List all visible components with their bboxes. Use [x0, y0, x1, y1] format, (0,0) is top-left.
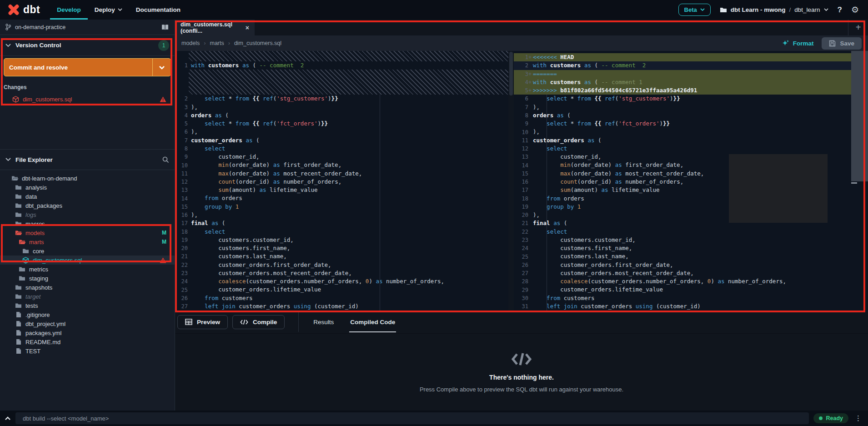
- nav-item-develop[interactable]: Develop: [50, 0, 88, 20]
- command-input[interactable]: dbt build --select <model_name>: [15, 412, 809, 424]
- chevron-right-icon: ›: [204, 40, 206, 46]
- tab-results[interactable]: Results: [312, 311, 335, 333]
- chevron-up-icon[interactable]: [5, 416, 11, 421]
- code-line: 6),: [175, 128, 508, 136]
- folder-open-icon: [15, 230, 22, 236]
- dbt-logo-text: dbt: [23, 4, 40, 16]
- tree-item-snapshots[interactable]: snapshots: [0, 283, 175, 292]
- code-line: 23 customer_orders.most_recent_order_dat…: [175, 269, 508, 277]
- tree-item-label: .gitignore: [25, 311, 50, 318]
- tree-item-models[interactable]: modelsM: [0, 228, 175, 237]
- tree-item-data[interactable]: data: [0, 192, 175, 201]
- tree-item-tests[interactable]: tests: [0, 301, 175, 310]
- chevron-down-icon: [700, 8, 705, 11]
- code-line: 19 customers.customer_id,: [175, 236, 508, 244]
- commit-dropdown-button[interactable]: [152, 59, 171, 76]
- tree-item-staging[interactable]: staging: [0, 274, 175, 283]
- tree-item-target[interactable]: target: [0, 292, 175, 301]
- kebab-menu-icon[interactable]: ⋮: [853, 414, 863, 422]
- tree-item-README.md[interactable]: README.md: [0, 337, 175, 346]
- tree-item-TEST[interactable]: TEST: [0, 346, 175, 356]
- conflict-hatch-region: [189, 70, 508, 95]
- version-control-header[interactable]: Version Control 1: [0, 35, 175, 56]
- folder-icon: [15, 285, 22, 290]
- tree-item-.gitignore[interactable]: .gitignore: [0, 310, 175, 319]
- nav-item-documentation[interactable]: Documentation: [129, 0, 187, 20]
- format-button[interactable]: Format: [782, 40, 814, 47]
- branch-selector[interactable]: on-demand-practice: [0, 20, 175, 35]
- search-icon[interactable]: [162, 156, 169, 163]
- environment-selector[interactable]: dbt_learn: [794, 6, 820, 13]
- beta-button[interactable]: Beta: [678, 4, 711, 16]
- commit-and-resolve-button[interactable]: Commit and resolve: [4, 58, 171, 76]
- code-line: 9 customer_id,: [175, 153, 508, 161]
- toolbar-divider: [298, 312, 299, 332]
- tree-item-label: target: [25, 293, 40, 300]
- folder-icon: [15, 221, 22, 226]
- tree-item-macros[interactable]: macros: [0, 219, 175, 228]
- breadcrumb[interactable]: dim_customers.sql: [234, 40, 281, 46]
- merge-conflict-editor[interactable]: 1with customers as ( -- comment 22 selec…: [175, 51, 868, 311]
- file-tree: dbt-learn-on-demandanalysisdatadbt_packa…: [0, 174, 175, 356]
- folder-icon: [18, 266, 26, 272]
- code-line: 18 select: [175, 228, 508, 236]
- code-line: 1with customers as ( -- comment 2: [175, 61, 508, 70]
- command-bar: dbt build --select <model_name> Ready ⋮: [0, 411, 868, 426]
- code-line: 27 left join customer_orders using (cust…: [175, 302, 508, 311]
- new-tab-button[interactable]: +: [848, 20, 868, 35]
- changes-label: Changes: [4, 84, 175, 90]
- tree-item-dbt_project.yml[interactable]: dbt_project.yml: [0, 319, 175, 328]
- tab-compiled-code[interactable]: Compiled Code: [349, 311, 396, 333]
- file-icon: [15, 311, 22, 318]
- changed-file-dim-customers[interactable]: dim_customers.sql: [0, 95, 175, 104]
- sidebar: on-demand-practice Version Control 1 Com…: [0, 20, 175, 411]
- code-line: 22 customer_orders.first_order_date,: [175, 261, 508, 269]
- tab-dim-customers[interactable]: dim_customers.sql (confli... ×: [175, 20, 255, 35]
- code-line: 25 customer_orders.lifetime_value: [175, 286, 508, 294]
- nav-items: Develop Deploy Documentation: [50, 0, 187, 20]
- docs-book-icon[interactable]: [161, 24, 169, 30]
- close-icon[interactable]: ×: [246, 24, 249, 31]
- file-icon: [15, 348, 22, 354]
- folder-icon: [15, 185, 22, 190]
- code-line: 5 select * from {{ ref('fct_orders')}}: [175, 120, 508, 128]
- code-line: 28 coalesce(customer_orders.number_of_or…: [514, 277, 868, 286]
- modified-badge: M: [162, 230, 166, 236]
- save-floppy-icon: [829, 40, 836, 47]
- status-badge: Ready: [813, 413, 848, 423]
- tree-item-marts[interactable]: martsM: [0, 237, 175, 246]
- tree-item-core[interactable]: core: [0, 246, 175, 256]
- empty-results-panel: There's nothing here. Press Compile abov…: [175, 333, 868, 411]
- chevron-down-icon: [5, 158, 11, 161]
- preview-grid-icon: [185, 319, 192, 325]
- folder-icon: [15, 294, 22, 299]
- tree-item-label: analysis: [25, 184, 47, 191]
- tree-item-packages.yml[interactable]: packages.yml: [0, 328, 175, 337]
- conflict-hatch-region: [189, 51, 508, 61]
- tree-item-label: logs: [25, 211, 36, 218]
- save-button[interactable]: Save: [822, 37, 862, 50]
- compile-button[interactable]: Compile: [232, 315, 285, 329]
- tree-item-metrics[interactable]: metrics: [0, 265, 175, 274]
- code-line: 7),: [514, 103, 868, 111]
- folder-open-icon: [18, 239, 26, 245]
- tree-item-dbt-learn-on-demand[interactable]: dbt-learn-on-demand: [0, 174, 175, 183]
- tree-item-dbt_packages[interactable]: dbt_packages: [0, 201, 175, 210]
- file-explorer-header[interactable]: File Explorer: [0, 149, 175, 170]
- tree-item-analysis[interactable]: analysis: [0, 183, 175, 192]
- breadcrumb[interactable]: marts: [210, 40, 224, 46]
- help-icon[interactable]: ?: [838, 5, 842, 15]
- nav-item-deploy[interactable]: Deploy: [88, 0, 129, 20]
- left-pane-scrollbar[interactable]: [508, 51, 514, 311]
- breadcrumb[interactable]: models: [181, 40, 200, 46]
- code-line: 30 from customers: [514, 294, 868, 302]
- minimap-scrollbar[interactable]: [851, 51, 868, 181]
- gear-icon[interactable]: ⚙: [851, 5, 859, 15]
- preview-button[interactable]: Preview: [177, 315, 228, 329]
- tree-item-logs[interactable]: logs: [0, 210, 175, 219]
- editor-pane-left[interactable]: 1with customers as ( -- comment 22 selec…: [175, 51, 508, 311]
- code-line: 3+=======: [514, 70, 868, 78]
- code-line: 24 customers.first_name,: [514, 244, 868, 252]
- status-dot-icon: [819, 416, 823, 420]
- tree-item-dim_customers.sql[interactable]: dim_customers.sql: [0, 256, 175, 265]
